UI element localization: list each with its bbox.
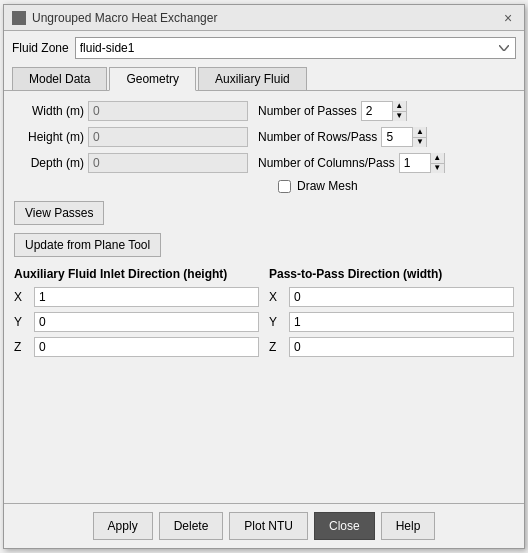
num-cols-row: Number of Columns/Pass ▲ ▼	[258, 153, 514, 173]
num-passes-down-btn[interactable]: ▼	[392, 112, 406, 122]
aux-y-row: Y	[14, 312, 259, 332]
window-close-button[interactable]: ×	[500, 10, 516, 26]
num-passes-up-btn[interactable]: ▲	[392, 101, 406, 112]
draw-mesh-checkbox[interactable]	[278, 180, 291, 193]
p2p-y-input[interactable]	[289, 312, 514, 332]
delete-button[interactable]: Delete	[159, 512, 224, 540]
help-button[interactable]: Help	[381, 512, 436, 540]
update-from-plane-button[interactable]: Update from Plane Tool	[14, 233, 161, 257]
apply-button[interactable]: Apply	[93, 512, 153, 540]
aux-y-label: Y	[14, 315, 30, 329]
tab-geometry[interactable]: Geometry	[109, 67, 196, 91]
num-rows-label: Number of Rows/Pass	[258, 130, 377, 144]
depth-input[interactable]	[88, 153, 248, 173]
num-cols-label: Number of Columns/Pass	[258, 156, 395, 170]
num-rows-down-btn[interactable]: ▼	[412, 138, 426, 148]
tab-bar: Model Data Geometry Auxiliary Fluid	[4, 65, 524, 91]
depth-row: Depth (m)	[14, 153, 248, 173]
plot-ntu-button[interactable]: Plot NTU	[229, 512, 308, 540]
p2p-x-row: X	[269, 287, 514, 307]
num-passes-row: Number of Passes ▲ ▼	[258, 101, 514, 121]
p2p-x-label: X	[269, 290, 285, 304]
aux-x-input[interactable]	[34, 287, 259, 307]
width-label: Width (m)	[14, 104, 84, 118]
aux-fluid-direction-title: Auxiliary Fluid Inlet Direction (height)	[14, 267, 259, 281]
fluid-zone-row: Fluid Zone fluid-side1	[4, 31, 524, 65]
num-rows-input[interactable]	[382, 128, 412, 146]
width-row: Width (m)	[14, 101, 248, 121]
fluid-zone-label: Fluid Zone	[12, 41, 69, 55]
width-input[interactable]	[88, 101, 248, 121]
height-label: Height (m)	[14, 130, 84, 144]
num-rows-up-btn[interactable]: ▲	[412, 127, 426, 138]
p2p-y-row: Y	[269, 312, 514, 332]
draw-mesh-label: Draw Mesh	[297, 179, 358, 193]
main-window: Ungrouped Macro Heat Exchanger × Fluid Z…	[3, 4, 525, 549]
aux-z-row: Z	[14, 337, 259, 357]
num-rows-spinner-btns: ▲ ▼	[412, 127, 426, 147]
height-row: Height (m)	[14, 127, 248, 147]
right-col: Number of Passes ▲ ▼ Number of Rows/Pass	[258, 101, 514, 193]
p2p-z-row: Z	[269, 337, 514, 357]
num-cols-spinner: ▲ ▼	[399, 153, 445, 173]
num-passes-input[interactable]	[362, 102, 392, 120]
num-cols-down-btn[interactable]: ▼	[430, 164, 444, 174]
update-btn-row: Update from Plane Tool	[14, 233, 514, 257]
num-cols-up-btn[interactable]: ▲	[430, 153, 444, 164]
num-passes-label: Number of Passes	[258, 104, 357, 118]
pass-to-pass-direction-title: Pass-to-Pass Direction (width)	[269, 267, 514, 281]
height-input[interactable]	[88, 127, 248, 147]
direction-section: Auxiliary Fluid Inlet Direction (height)…	[14, 267, 514, 362]
num-cols-spinner-btns: ▲ ▼	[430, 153, 444, 173]
action-buttons-row: View Passes	[14, 201, 514, 225]
aux-z-label: Z	[14, 340, 30, 354]
num-rows-row: Number of Rows/Pass ▲ ▼	[258, 127, 514, 147]
num-passes-spinner-btns: ▲ ▼	[392, 101, 406, 121]
p2p-x-input[interactable]	[289, 287, 514, 307]
footer: Apply Delete Plot NTU Close Help	[4, 503, 524, 548]
titlebar: Ungrouped Macro Heat Exchanger ×	[4, 5, 524, 31]
num-rows-spinner: ▲ ▼	[381, 127, 427, 147]
draw-mesh-row: Draw Mesh	[258, 179, 514, 193]
titlebar-left: Ungrouped Macro Heat Exchanger	[12, 11, 217, 25]
num-cols-input[interactable]	[400, 154, 430, 172]
aux-y-input[interactable]	[34, 312, 259, 332]
tab-model-data[interactable]: Model Data	[12, 67, 107, 90]
tab-content: Width (m) Height (m) Depth (m) Number of…	[4, 91, 524, 503]
p2p-z-label: Z	[269, 340, 285, 354]
close-button[interactable]: Close	[314, 512, 375, 540]
p2p-z-input[interactable]	[289, 337, 514, 357]
aux-x-row: X	[14, 287, 259, 307]
depth-label: Depth (m)	[14, 156, 84, 170]
num-passes-spinner: ▲ ▼	[361, 101, 407, 121]
window-title: Ungrouped Macro Heat Exchanger	[32, 11, 217, 25]
aux-x-label: X	[14, 290, 30, 304]
app-icon	[12, 11, 26, 25]
pass-to-pass-direction-group: Pass-to-Pass Direction (width) X Y Z	[269, 267, 514, 362]
tab-auxiliary-fluid[interactable]: Auxiliary Fluid	[198, 67, 307, 90]
view-passes-button[interactable]: View Passes	[14, 201, 104, 225]
p2p-y-label: Y	[269, 315, 285, 329]
aux-z-input[interactable]	[34, 337, 259, 357]
fluid-zone-select[interactable]: fluid-side1	[75, 37, 516, 59]
aux-fluid-direction-group: Auxiliary Fluid Inlet Direction (height)…	[14, 267, 259, 362]
left-col: Width (m) Height (m) Depth (m)	[14, 101, 248, 193]
top-two-col: Width (m) Height (m) Depth (m) Number of…	[14, 101, 514, 193]
